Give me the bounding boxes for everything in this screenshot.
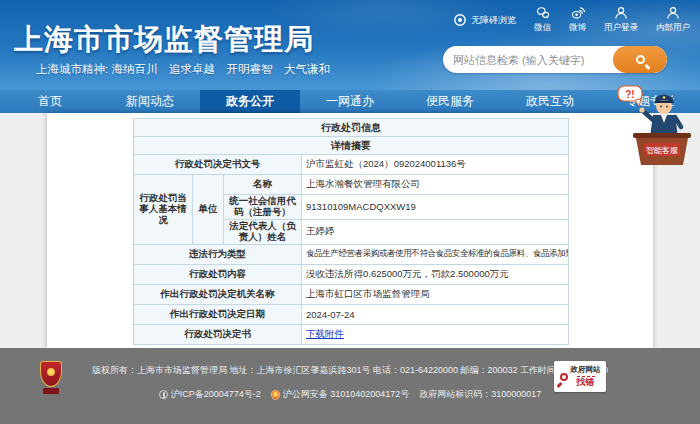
site-search bbox=[443, 46, 667, 73]
user-login[interactable]: 用户登录 bbox=[604, 6, 638, 34]
nav-item-home[interactable]: 首页 bbox=[0, 90, 100, 113]
page: 无障碍浏览 微信 微博 bbox=[0, 0, 700, 424]
unit-label: 单位 bbox=[193, 175, 224, 245]
accessibility-label: 无障碍浏览 bbox=[471, 14, 516, 27]
site-title: 上海市市场监督管理局 bbox=[14, 20, 314, 60]
accessibility-toggle[interactable]: 无障碍浏览 bbox=[453, 13, 516, 27]
authority-value: 上海市虹口区市场监督管理局 bbox=[302, 284, 569, 304]
wechat-icon bbox=[536, 6, 550, 20]
penalty-content-label: 行政处罚内容 bbox=[134, 264, 302, 284]
internal-user-label: 内部用户 bbox=[656, 22, 690, 34]
internal-user[interactable]: 内部用户 bbox=[656, 6, 690, 34]
city-spirit-slogan: 上海城市精神: 海纳百川 追求卓越 开明睿智 大气谦和 bbox=[36, 62, 330, 77]
smart-service-widget[interactable]: ?! 智能客服 bbox=[617, 85, 693, 165]
topbar: 无障碍浏览 微信 微博 bbox=[453, 6, 690, 34]
nav-item-news[interactable]: 新闻动态 bbox=[100, 90, 200, 113]
download-attachment-link[interactable]: 下载附件 bbox=[306, 328, 344, 339]
police-badge-icon bbox=[271, 390, 280, 400]
company-name-value: 上海水瀚餐饮管理有限公司 bbox=[302, 175, 569, 195]
search-input[interactable] bbox=[443, 54, 613, 66]
police-mascot-icon: ?! 智能客服 bbox=[617, 85, 693, 165]
site-header: 无障碍浏览 微信 微博 bbox=[0, 0, 700, 90]
doc-number-value: 沪市监虹处（2024）092024001136号 bbox=[302, 155, 569, 175]
company-name-label: 名称 bbox=[224, 175, 302, 195]
internal-user-icon bbox=[666, 6, 680, 20]
content-panel: 行政处罚信息 详情摘要 行政处罚决定书文号 沪市监虹处（2024）0920240… bbox=[47, 113, 653, 348]
penalty-content-value: 没收违法所得0.625000万元，罚款2.500000万元 bbox=[302, 264, 569, 284]
error-report-magnifier-icon bbox=[560, 373, 568, 381]
search-button[interactable] bbox=[613, 46, 667, 73]
error-report-badge-top: 政府网站 bbox=[571, 366, 601, 374]
site-footer: 版权所有：上海市市场监督管理局 地址：上海市徐汇区肇嘉浜路301号 电话：021… bbox=[0, 348, 700, 424]
decision-date-label: 作出行政处罚决定日期 bbox=[134, 304, 302, 324]
svg-text:?!: ?! bbox=[625, 89, 634, 100]
content-area: 行政处罚信息 详情摘要 行政处罚决定书文号 沪市监虹处（2024）0920240… bbox=[0, 113, 700, 348]
main-nav: 首页 新闻动态 政务公开 一网通办 便民服务 政民互动 专题专栏 bbox=[0, 90, 700, 113]
legal-rep-label: 法定代表人（负责人）姓名 bbox=[224, 219, 302, 244]
weibo-link[interactable]: 微博 bbox=[569, 6, 586, 34]
nav-item-public-services[interactable]: 便民服务 bbox=[400, 90, 500, 113]
credit-code-value: 91310109MACDQXXW19 bbox=[302, 195, 569, 220]
credit-code-label: 统一社会信用代码（注册号） bbox=[224, 195, 302, 220]
wechat-label: 微信 bbox=[534, 22, 551, 34]
nav-item-interaction[interactable]: 政民互动 bbox=[500, 90, 600, 113]
doc-number-label: 行政处罚决定书文号 bbox=[134, 155, 302, 175]
search-icon bbox=[636, 55, 645, 64]
penalty-table: 行政处罚信息 详情摘要 行政处罚决定书文号 沪市监虹处（2024）0920240… bbox=[133, 118, 569, 345]
police-registration[interactable]: 沪公网安备 31010402004172号 bbox=[283, 388, 410, 401]
gov-site-error-report-badge[interactable]: 政府网站 找错 bbox=[554, 361, 606, 392]
violation-type-label: 违法行为类型 bbox=[134, 244, 302, 264]
nav-item-gov-affairs[interactable]: 政务公开 bbox=[200, 90, 300, 113]
error-report-badge-bottom: 找错 bbox=[577, 376, 595, 387]
user-login-icon bbox=[614, 6, 628, 20]
decision-doc-label: 行政处罚决定书 bbox=[134, 324, 302, 344]
user-login-label: 用户登录 bbox=[604, 22, 638, 34]
party-info-label: 行政处罚当事人基本情况 bbox=[134, 175, 193, 245]
nav-item-one-portal[interactable]: 一网通办 bbox=[300, 90, 400, 113]
icp-icon bbox=[159, 390, 168, 399]
authority-label: 作出行政处罚决定机关名称 bbox=[134, 284, 302, 304]
table-title: 行政处罚信息 bbox=[134, 119, 569, 137]
smart-service-label: 智能客服 bbox=[646, 146, 678, 155]
decision-date-value: 2024-07-24 bbox=[302, 304, 569, 324]
violation-type-value: 食品生产经营者采购或者使用不符合食品安全标准的食品原料、食品添加剂 bbox=[302, 244, 569, 264]
icp-number[interactable]: 沪ICP备20004774号-2 bbox=[171, 388, 261, 401]
legal-rep-value: 王婷婷 bbox=[302, 219, 569, 244]
wechat-link[interactable]: 微信 bbox=[534, 6, 551, 34]
accessibility-eye-icon bbox=[453, 13, 467, 27]
table-subtitle: 详情摘要 bbox=[134, 137, 569, 155]
site-identifier-code: 政府网站标识码：3100000017 bbox=[419, 388, 541, 401]
weibo-icon bbox=[571, 6, 585, 20]
weibo-label: 微博 bbox=[569, 22, 586, 34]
